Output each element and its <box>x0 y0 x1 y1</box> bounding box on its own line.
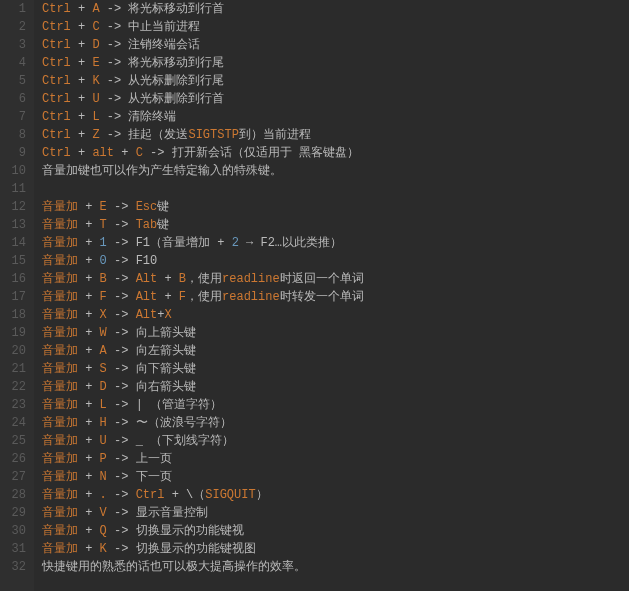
token-plus: + <box>78 272 100 286</box>
token-default: F1 <box>136 236 150 250</box>
token-arrow: -> <box>100 56 129 70</box>
token-plus: + <box>164 488 186 502</box>
code-line: Ctrl + D -> 注销终端会话 <box>42 36 629 54</box>
token-kw: readline <box>222 272 280 286</box>
token-key: A <box>100 344 107 358</box>
line-number: 30 <box>0 522 26 540</box>
token-arrow: -> <box>107 524 136 538</box>
token-cjk: 音量加键也可以作为产生特定输入的特殊键。 <box>42 164 282 178</box>
token-key: B <box>179 272 186 286</box>
line-number: 21 <box>0 360 26 378</box>
token-plus: + <box>78 236 100 250</box>
token-cjk: 打开新会话（仅适用于 黑客键盘） <box>172 146 359 160</box>
token-cjk: （波浪号字符） <box>148 416 232 430</box>
token-key: V <box>100 506 107 520</box>
token-cjk: 将光标移动到行首 <box>128 2 224 16</box>
token-plus: + <box>78 380 100 394</box>
token-key: Ctrl <box>42 74 71 88</box>
token-cjk: 键 <box>157 200 169 214</box>
token-key: 音量加 <box>42 290 78 304</box>
code-line: 音量加 + B -> Alt + B，使用readline时返回一个单词 <box>42 270 629 288</box>
line-number: 4 <box>0 54 26 72</box>
token-key: K <box>100 542 107 556</box>
code-editor: 1234567891011121314151617181920212223242… <box>0 0 629 591</box>
token-cjk: 注销终端会话 <box>128 38 200 52</box>
token-key: 音量加 <box>42 380 78 394</box>
code-line: Ctrl + C -> 中止当前进程 <box>42 18 629 36</box>
token-default: → F2… <box>239 236 282 250</box>
token-plus: + <box>71 146 93 160</box>
code-line: 音量加 + E -> Esc键 <box>42 198 629 216</box>
code-line: 音量加 + H -> 〜（波浪号字符） <box>42 414 629 432</box>
token-plus: + <box>71 20 93 34</box>
token-num: 2 <box>232 236 239 250</box>
line-number: 11 <box>0 180 26 198</box>
line-number-gutter: 1234567891011121314151617181920212223242… <box>0 0 34 591</box>
token-key: C <box>92 20 99 34</box>
token-key: Q <box>100 524 107 538</box>
line-number: 19 <box>0 324 26 342</box>
token-plus: + <box>157 290 179 304</box>
token-arrow: -> <box>107 416 136 430</box>
token-cjk: 时转发一个单词 <box>280 290 364 304</box>
token-arrow: -> <box>107 326 136 340</box>
token-plus: + <box>157 272 179 286</box>
token-plus: + <box>78 524 100 538</box>
token-key: 音量加 <box>42 362 78 376</box>
token-cjk: 以此类推） <box>282 236 342 250</box>
token-cjk: 将光标移动到行尾 <box>128 56 224 70</box>
line-number: 27 <box>0 468 26 486</box>
token-key: Ctrl <box>42 92 71 106</box>
code-line: 音量加 + X -> Alt+X <box>42 306 629 324</box>
token-key: Z <box>92 128 99 142</box>
token-default: F10 <box>136 254 158 268</box>
token-arrow: -> <box>107 488 136 502</box>
line-number: 23 <box>0 396 26 414</box>
line-number: 15 <box>0 252 26 270</box>
token-key: D <box>100 380 107 394</box>
token-key: E <box>100 200 107 214</box>
token-plus: + <box>78 290 100 304</box>
token-plus: + <box>78 434 100 448</box>
token-cjk: 到）当前进程 <box>239 128 311 142</box>
token-plus: + <box>71 128 93 142</box>
line-number: 25 <box>0 432 26 450</box>
token-kw: Alt <box>136 272 158 286</box>
code-line: Ctrl + Z -> 挂起（发送SIGTSTP到）当前进程 <box>42 126 629 144</box>
token-key: T <box>100 218 107 232</box>
line-number: 28 <box>0 486 26 504</box>
token-key: P <box>100 452 107 466</box>
token-cjk: 显示音量控制 <box>136 506 208 520</box>
token-key: N <box>100 470 107 484</box>
token-key: K <box>92 74 99 88</box>
token-plus: + <box>78 470 100 484</box>
token-arrow: -> <box>107 308 136 322</box>
token-key: 音量加 <box>42 308 78 322</box>
token-plus: + <box>71 74 93 88</box>
token-cjk: ，使用 <box>186 272 222 286</box>
line-number: 29 <box>0 504 26 522</box>
token-key: F <box>179 290 186 304</box>
line-number: 17 <box>0 288 26 306</box>
token-plus: + <box>71 110 93 124</box>
token-plus: + <box>114 146 136 160</box>
token-cjk: （下划线字符） <box>150 434 234 448</box>
line-number: 12 <box>0 198 26 216</box>
token-plus: + <box>78 344 100 358</box>
token-cjk: 从光标删除到行首 <box>128 92 224 106</box>
token-cjk: 切换显示的功能键视 <box>136 524 244 538</box>
code-line: Ctrl + U -> 从光标删除到行首 <box>42 90 629 108</box>
token-key: A <box>92 2 99 16</box>
code-line: 音量加 + Q -> 切换显示的功能键视 <box>42 522 629 540</box>
token-plus: + <box>71 92 93 106</box>
token-arrow: -> <box>107 218 136 232</box>
token-key: C <box>136 146 143 160</box>
token-key: Ctrl <box>42 128 71 142</box>
token-num: 1 <box>100 236 107 250</box>
code-line: 音量加 + W -> 向上箭头键 <box>42 324 629 342</box>
token-key: 音量加 <box>42 398 78 412</box>
code-line: Ctrl + L -> 清除终端 <box>42 108 629 126</box>
line-number: 14 <box>0 234 26 252</box>
token-arrow: -> <box>107 434 136 448</box>
token-cjk: 时返回一个单词 <box>280 272 364 286</box>
